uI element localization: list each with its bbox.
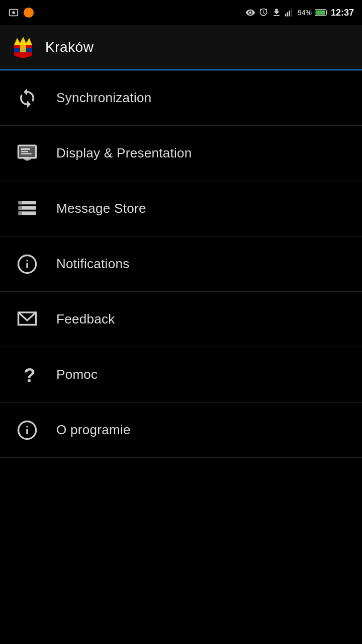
download-icon bbox=[272, 8, 282, 18]
menu-item-feedback[interactable]: Feedback bbox=[0, 292, 362, 347]
eye-icon bbox=[245, 8, 255, 18]
krakow-crest-icon bbox=[10, 34, 36, 60]
svg-text:?: ? bbox=[24, 364, 36, 385]
svg-rect-17 bbox=[19, 211, 22, 215]
notifications-icon bbox=[14, 251, 40, 277]
help-icon: ? bbox=[14, 362, 40, 388]
message-store-icon bbox=[14, 196, 40, 222]
app-title: Kraków bbox=[45, 39, 94, 55]
svg-rect-20 bbox=[26, 263, 28, 268]
menu-list: Synchronization Display & Presentation bbox=[0, 70, 362, 458]
menu-item-notifications[interactable]: Notifications bbox=[0, 236, 362, 292]
svg-rect-4 bbox=[287, 12, 289, 16]
svg-point-19 bbox=[26, 260, 28, 262]
menu-item-pomoc[interactable]: ? Pomoc bbox=[0, 347, 362, 403]
status-bar-right: 94% 12:37 bbox=[245, 8, 354, 18]
display-presentation-label: Display & Presentation bbox=[56, 145, 192, 161]
o-programie-label: O programie bbox=[56, 422, 131, 438]
svg-point-2 bbox=[24, 8, 34, 18]
menu-item-o-programie[interactable]: O programie bbox=[0, 403, 362, 458]
svg-rect-6 bbox=[291, 9, 292, 17]
display-icon bbox=[14, 140, 40, 167]
svg-point-23 bbox=[26, 426, 28, 428]
battery-percentage: 94% bbox=[298, 9, 312, 17]
svg-rect-9 bbox=[315, 11, 325, 15]
time-display: 12:37 bbox=[331, 8, 354, 18]
synchronization-label: Synchronization bbox=[56, 90, 152, 106]
sync-icon bbox=[14, 85, 40, 111]
orange-circle-icon bbox=[23, 7, 34, 18]
battery-icon bbox=[315, 9, 328, 16]
status-bar: 94% 12:37 bbox=[0, 0, 362, 25]
svg-point-1 bbox=[12, 11, 15, 14]
svg-rect-8 bbox=[326, 11, 327, 14]
menu-item-message-store[interactable]: Message Store bbox=[0, 181, 362, 236]
app-bar: Kraków bbox=[0, 25, 362, 70]
pomoc-label: Pomoc bbox=[56, 367, 98, 382]
screenshot-icon bbox=[8, 7, 19, 18]
svg-rect-3 bbox=[285, 14, 287, 17]
svg-rect-24 bbox=[26, 429, 28, 434]
menu-item-display-presentation[interactable]: Display & Presentation bbox=[0, 126, 362, 181]
info-icon bbox=[14, 417, 40, 443]
feedback-label: Feedback bbox=[56, 311, 115, 327]
status-bar-left bbox=[8, 7, 241, 18]
signal-icon bbox=[285, 8, 295, 18]
svg-rect-16 bbox=[19, 206, 22, 209]
notifications-label: Notifications bbox=[56, 256, 130, 272]
menu-item-synchronization[interactable]: Synchronization bbox=[0, 70, 362, 126]
message-store-label: Message Store bbox=[56, 201, 146, 216]
alarm-icon bbox=[258, 8, 268, 18]
feedback-icon bbox=[14, 306, 40, 333]
svg-rect-15 bbox=[19, 201, 22, 204]
svg-rect-5 bbox=[289, 11, 290, 17]
